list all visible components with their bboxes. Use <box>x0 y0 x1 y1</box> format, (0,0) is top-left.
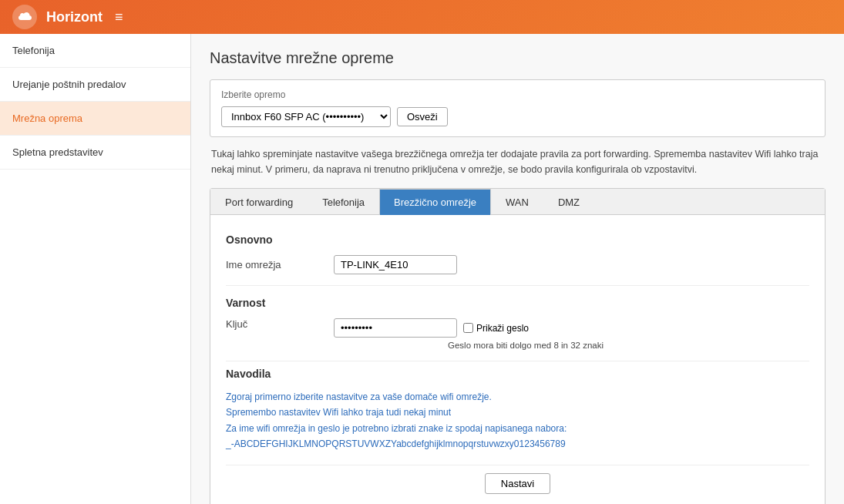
tab-content-brezicno: Osnovno Ime omrežja Varnost Ključ Pri <box>210 215 825 504</box>
kljuc-row: Ključ Prikaži geslo Geslo mora biti dolg… <box>226 318 809 361</box>
instructions-text: Zgoraj primerno izberite nastavitve za v… <box>226 389 809 452</box>
sidebar-item-spletna-predstavitev[interactable]: Spletna predstavitev <box>0 136 190 170</box>
content-box: Port forwarding Telefonija Brezžično omr… <box>210 188 826 504</box>
select-device-label: Izberite opremo <box>221 89 814 100</box>
sidebar: Telefonija Urejanje poštnih predalov Mre… <box>0 34 191 504</box>
app-title: Horizont <box>46 9 103 25</box>
varnost-header: Varnost <box>226 297 809 309</box>
password-input-row: Prikaži geslo <box>334 318 604 338</box>
tab-port-forwarding[interactable]: Port forwarding <box>210 189 308 215</box>
logo-icon <box>12 5 37 29</box>
button-row: Nastavi <box>226 465 809 499</box>
sidebar-item-postni-predali[interactable]: Urejanje poštnih predalov <box>0 68 190 102</box>
tab-dmz[interactable]: DMZ <box>543 189 594 215</box>
device-select-box: Izberite opremo Innbox F60 SFP AC (•••••… <box>210 79 826 137</box>
info-text: Tukaj lahko spreminjate nastavitve vašeg… <box>210 146 826 177</box>
select-row: Innbox F60 SFP AC (••••••••••) Osveži <box>221 106 814 127</box>
device-dropdown[interactable]: Innbox F60 SFP AC (••••••••••) <box>221 106 391 127</box>
sidebar-item-mrezna-oprema[interactable]: Mrežna oprema <box>0 102 190 136</box>
save-button[interactable]: Nastavi <box>485 473 550 494</box>
tab-bar: Port forwarding Telefonija Brezžično omr… <box>210 189 825 215</box>
app-header: Horizont ≡ <box>0 0 844 34</box>
show-password-checkbox[interactable] <box>463 323 473 333</box>
refresh-button[interactable]: Osveži <box>397 107 448 126</box>
main-content: Nastavitve mrežne opreme Izberite opremo… <box>191 34 844 504</box>
page-title: Nastavitve mrežne opreme <box>210 49 826 67</box>
tab-wan[interactable]: WAN <box>491 189 543 215</box>
sidebar-item-telefonija[interactable]: Telefonija <box>0 34 190 68</box>
ime-omrezja-label: Ime omrežja <box>226 259 334 270</box>
show-password-label[interactable]: Prikaži geslo <box>463 323 529 334</box>
navodila-section: Navodila Zgoraj primerno izberite nastav… <box>226 368 809 452</box>
password-area: Prikaži geslo Geslo mora biti dolgo med … <box>334 318 604 350</box>
tab-telefonija[interactable]: Telefonija <box>308 189 379 215</box>
menu-icon[interactable]: ≡ <box>115 9 123 25</box>
navodila-header: Navodila <box>226 368 809 380</box>
tab-brezicno-omrezje[interactable]: Brezžično omrežje <box>379 189 491 215</box>
ime-omrezja-row: Ime omrežja <box>226 255 809 286</box>
main-layout: Telefonija Urejanje poštnih predalov Mre… <box>0 34 844 504</box>
password-input[interactable] <box>334 318 457 338</box>
kljuc-label: Ključ <box>226 318 334 330</box>
ime-omrezja-input[interactable] <box>334 255 457 274</box>
password-hint: Geslo mora biti dolgo med 8 in 32 znaki <box>448 341 604 350</box>
osnovno-header: Osnovno <box>226 234 809 246</box>
